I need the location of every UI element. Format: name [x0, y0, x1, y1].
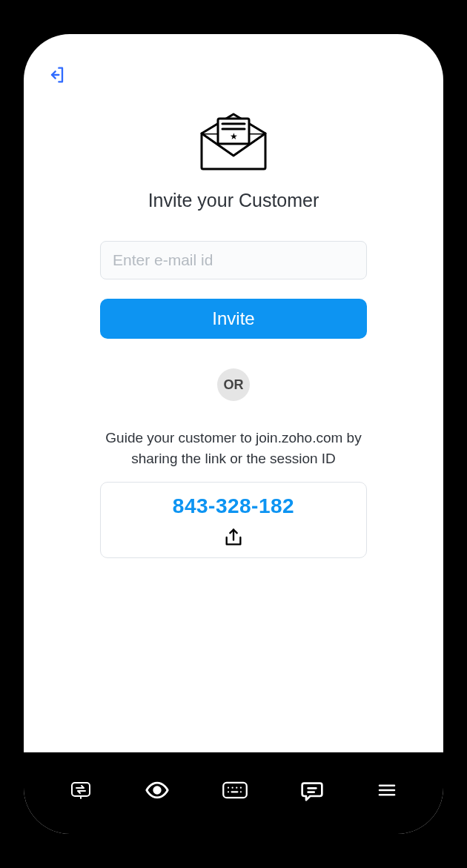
back-icon — [47, 64, 67, 85]
or-separator: OR — [217, 368, 250, 401]
svg-point-12 — [228, 787, 229, 789]
email-field[interactable] — [100, 241, 367, 279]
back-button[interactable] — [44, 62, 70, 87]
swap-icon — [69, 778, 93, 802]
bottombar-menu-button[interactable] — [367, 770, 407, 810]
svg-text:★: ★ — [230, 131, 238, 142]
keyboard-icon — [222, 777, 248, 804]
svg-point-14 — [236, 787, 237, 789]
session-id[interactable]: 843-328-182 — [173, 494, 294, 518]
svg-point-15 — [240, 787, 242, 789]
bottombar-view-button[interactable] — [136, 769, 179, 812]
invite-button[interactable]: Invite — [100, 299, 367, 339]
chat-icon — [300, 778, 324, 802]
guide-text: Guide your customer to join.zoho.com by … — [93, 428, 374, 468]
share-icon — [223, 527, 244, 548]
bottombar-chat-button[interactable] — [291, 769, 333, 811]
svg-point-13 — [232, 787, 234, 789]
eye-icon — [145, 778, 170, 803]
envelope-letter-icon: ★ — [193, 111, 274, 173]
svg-rect-7 — [72, 783, 90, 796]
bottombar-swap-button[interactable] — [60, 769, 102, 811]
svg-point-17 — [240, 791, 242, 792]
header — [24, 34, 443, 87]
page-title: Invite your Customer — [148, 190, 319, 211]
share-button[interactable] — [223, 527, 244, 550]
or-badge: OR — [217, 368, 250, 401]
svg-rect-11 — [223, 783, 247, 798]
session-card: 843-328-182 — [100, 482, 367, 558]
menu-icon — [376, 779, 398, 801]
svg-point-10 — [154, 787, 161, 794]
bottom-bar — [24, 752, 443, 834]
main-content: ★ Invite your Customer Invite OR Guide y… — [24, 87, 443, 752]
svg-point-16 — [228, 791, 229, 792]
bottombar-keyboard-button[interactable] — [213, 768, 257, 812]
